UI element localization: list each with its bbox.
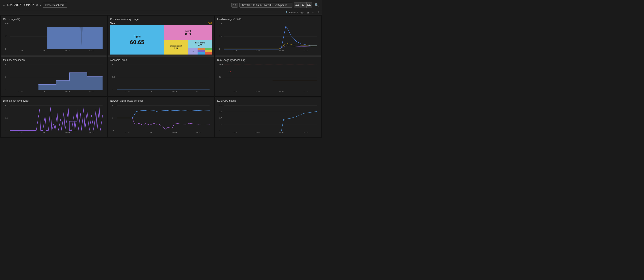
treemap-process-value: 8.01 <box>174 47 178 50</box>
treemap-trace-cell: trace-agent 5.77 <box>188 40 212 48</box>
chevron-down-icon[interactable]: ▾ <box>40 3 41 7</box>
y-mid-label: 50 <box>5 35 8 37</box>
svg-text:0: 0 <box>219 48 220 50</box>
treemap-m1 <box>198 50 205 52</box>
svg-text:11:15: 11:15 <box>18 50 23 52</box>
load-avg-15-line <box>224 46 317 49</box>
svg-text:12:00: 12:00 <box>89 91 94 92</box>
events-logs-link[interactable]: 🔍 Events & Logs <box>286 11 304 14</box>
svg-text:11:45: 11:45 <box>279 91 284 92</box>
svg-text:0.6: 0.6 <box>219 111 222 113</box>
flag-icon: ⚑ <box>285 4 287 6</box>
treemap-agent-cell: agent 15.76 <box>164 25 212 40</box>
ec2-cpu-line <box>281 112 317 131</box>
svg-text:0: 0 <box>219 130 220 132</box>
memory-area <box>38 73 102 90</box>
dropdown-icon[interactable]: ▾ <box>288 4 290 6</box>
svg-text:12:00: 12:00 <box>303 50 308 52</box>
processes-memory-title: Processes memory usage <box>110 18 212 21</box>
svg-text:11:45: 11:45 <box>172 91 176 92</box>
load-averages-widget: Load Averages 1-5-15 0.4 0.2 0 11:15 11:… <box>215 15 321 56</box>
treemap-process-label: process-agent <box>170 45 182 47</box>
time-range-display[interactable]: Nov 30, 11:05 am – Nov 30, 12:05 pm ⚑ ▾ <box>240 3 292 7</box>
load-averages-title: Load Averages 1-5-15 <box>217 18 319 21</box>
ec2-cpu-title: EC2: CPU usage <box>217 99 319 102</box>
treemap-free-label: free <box>134 34 140 39</box>
svg-text:11:45: 11:45 <box>172 132 176 133</box>
disk-latency-chart: 1 0.5 0 11:15 11:30 11:45 12:00 <box>3 104 105 133</box>
cpu-usage-widget: CPU usage (%) 100 50 0 11:15 11:30 11:45… <box>1 15 107 56</box>
search-small-icon: 🔍 <box>286 11 288 14</box>
treemap-container: free 60.65 agent 15.76 process-agent 8.0… <box>110 25 212 54</box>
svg-text:8: 8 <box>5 63 6 65</box>
svg-text:11:45: 11:45 <box>65 91 70 92</box>
treemap-micro-row3 <box>198 52 212 54</box>
svg-text:2: 2 <box>112 104 113 106</box>
svg-text:11:45: 11:45 <box>279 132 284 133</box>
sub-header: 🔍 Events & Logs ▣ ⊡ ⚙ <box>0 10 322 15</box>
svg-text:100: 100 <box>219 63 222 65</box>
svg-text:50: 50 <box>219 76 222 78</box>
svg-text:11:30: 11:30 <box>254 50 259 52</box>
available-swap-chart: 1 0.5 0 11:15 11:30 11:45 12:00 <box>110 63 212 92</box>
svg-text:11:15: 11:15 <box>18 132 23 133</box>
clone-dashboard-button[interactable]: Clone Dashboard <box>43 3 67 7</box>
svg-text:11:30: 11:30 <box>254 91 259 92</box>
display-icon[interactable]: ⊡ <box>312 11 314 14</box>
disk-usage-title: Disk usage by device (%) <box>217 59 319 61</box>
svg-text:11:30: 11:30 <box>40 132 46 133</box>
svg-text:12:00: 12:00 <box>196 91 201 92</box>
cpu-usage-title: CPU usage (%) <box>3 18 105 21</box>
svg-text:0: 0 <box>5 130 6 132</box>
treemap-trace-label: trace-agent <box>195 42 205 44</box>
network-out-line <box>117 118 210 129</box>
header: ★ i-0a83d7f030f9c0b ⧉ ▾ Clone Dashboard … <box>0 0 322 10</box>
disk-latency-widget: Disk latency (by device) 1 0.5 0 11:15 1… <box>1 97 107 137</box>
network-in-line <box>117 111 210 118</box>
time-period-button[interactable]: 1h <box>232 3 238 7</box>
treemap-s-label: s... <box>192 50 194 52</box>
treemap-micro-row1 <box>198 48 212 50</box>
settings-icon[interactable]: ⚙ <box>318 11 320 14</box>
svg-text:12:00: 12:00 <box>196 132 201 133</box>
svg-text:11:30: 11:30 <box>148 132 152 133</box>
svg-text:11:45: 11:45 <box>279 50 284 52</box>
latency-rect <box>70 121 77 130</box>
latency-line <box>10 107 102 130</box>
treemap-tiny: s... <box>188 48 212 54</box>
svg-text:12:00: 12:00 <box>303 132 308 133</box>
y-max-label: 100 <box>5 22 8 25</box>
ec2-cpu-chart: 0.8 0.6 0.4 0.2 0 11:15 11:30 11:45 12:0… <box>217 104 319 133</box>
dashboard-grid: CPU usage (%) 100 50 0 11:15 11:30 11:45… <box>0 15 322 138</box>
available-swap-widget: Available Swap 1 0.5 0 11:15 11:30 11:45… <box>108 56 214 96</box>
header-left: ★ i-0a83d7f030f9c0b ⧉ ▾ Clone Dashboard <box>2 3 67 7</box>
svg-text:0: 0 <box>219 89 220 91</box>
ec2-chart-svg: 0.8 0.6 0.4 0.2 0 11:15 11:30 11:45 12:0… <box>217 104 319 133</box>
copy-icon[interactable]: ⧉ <box>36 3 38 7</box>
treemap-m4 <box>205 52 212 54</box>
svg-text:1: 1 <box>5 104 6 106</box>
treemap-agent-value: 15.76 <box>184 32 192 35</box>
play-button[interactable]: ▶ <box>300 2 306 8</box>
forward-button[interactable]: ▶▶ <box>306 2 312 8</box>
load-averages-chart: 0.4 0.2 0 11:15 11:30 11:45 12:00 <box>217 22 319 52</box>
svg-text:4: 4 <box>5 76 6 78</box>
star-icon[interactable]: ★ <box>2 3 5 7</box>
svg-text:0.5: 0.5 <box>112 76 115 78</box>
disk-latency-svg: 1 0.5 0 11:15 11:30 11:45 12:00 <box>3 104 105 133</box>
network-chart-svg: 2 0 -2 11:15 11:30 11:45 12:00 <box>110 104 212 133</box>
svg-text:0.8: 0.8 <box>219 104 222 106</box>
load-chart-svg: 0.4 0.2 0 11:15 11:30 11:45 12:00 <box>217 22 319 52</box>
treemap-trace-value: 5.77 <box>198 44 202 46</box>
svg-text:11:30: 11:30 <box>254 132 259 133</box>
search-button[interactable]: 🔍 <box>314 2 320 8</box>
monitor-icon[interactable]: ▣ <box>307 11 309 14</box>
header-right: 1h Nov 30, 11:05 am – Nov 30, 12:05 pm ⚑… <box>232 2 320 8</box>
svg-text:11:15: 11:15 <box>125 91 130 92</box>
svg-text:1: 1 <box>112 63 113 65</box>
svg-text:0.2: 0.2 <box>219 123 222 125</box>
svg-text:0: 0 <box>112 117 113 119</box>
cpu-usage-chart: 100 50 0 11:15 11:30 11:45 12:00 <box>3 22 105 52</box>
treemap-right: agent 15.76 process-agent 8.01 trace-age… <box>164 25 212 54</box>
rewind-button[interactable]: ◀◀ <box>294 2 300 8</box>
